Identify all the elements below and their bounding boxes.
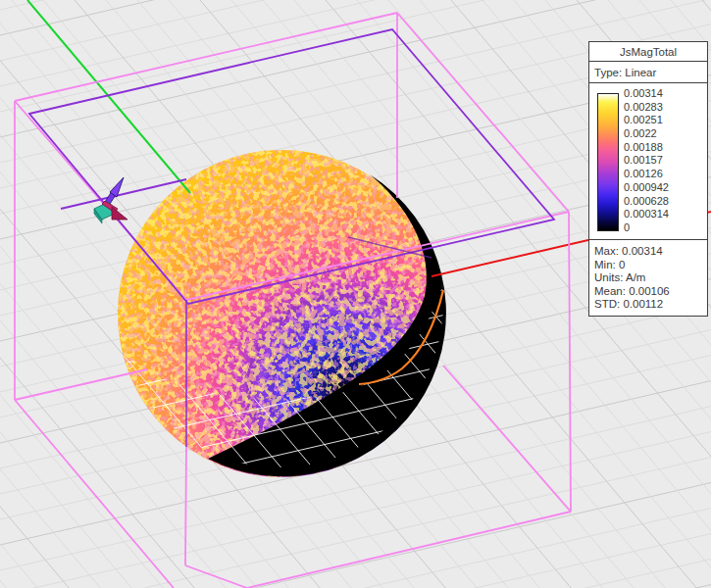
scale-tick-label: 0.000314	[624, 209, 669, 220]
colorbar	[597, 93, 619, 231]
scale-tick-label: 0.00188	[624, 142, 669, 153]
stat-min: Min: 0	[594, 259, 707, 272]
scale-tick-label: 0.0022	[624, 128, 669, 139]
scale-tick-label: 0.00157	[624, 155, 669, 166]
scale-tick-label: 0.000942	[624, 182, 669, 193]
stat-units: Units: A/m	[594, 271, 707, 285]
scale-tick-label: 0.00283	[624, 102, 669, 113]
stat-max: Max: 0.00314	[594, 245, 707, 259]
scale-tick-label: 0	[624, 222, 669, 233]
legend-scale-type: Type: Linear	[588, 61, 708, 83]
stat-mean: Mean: 0.00106	[594, 285, 707, 299]
colorbar-labels: 0.00314 0.00283 0.00251 0.0022 0.00188 0…	[624, 88, 669, 233]
scale-tick-label: 0.00126	[624, 169, 669, 179]
scale-tick-label: 0.00251	[624, 115, 669, 125]
legend-title: JsMagTotal	[588, 41, 708, 62]
scale-tick-label: 0.000628	[624, 196, 669, 207]
legend-color-scale: 0.00314 0.00283 0.00251 0.0022 0.00188 0…	[588, 82, 708, 240]
plot-legend[interactable]: JsMagTotal Type: Linear 0.00314 0.00283 …	[588, 42, 708, 317]
scale-tick-label: 0.00314	[624, 88, 669, 99]
stat-std: STD: 0.00112	[594, 298, 707, 312]
3d-modeler-viewport[interactable]: JsMagTotal Type: Linear 0.00314 0.00283 …	[0, 0, 711, 588]
legend-statistics: Max: 0.00314 Min: 0 Units: A/m Mean: 0.0…	[588, 239, 708, 317]
